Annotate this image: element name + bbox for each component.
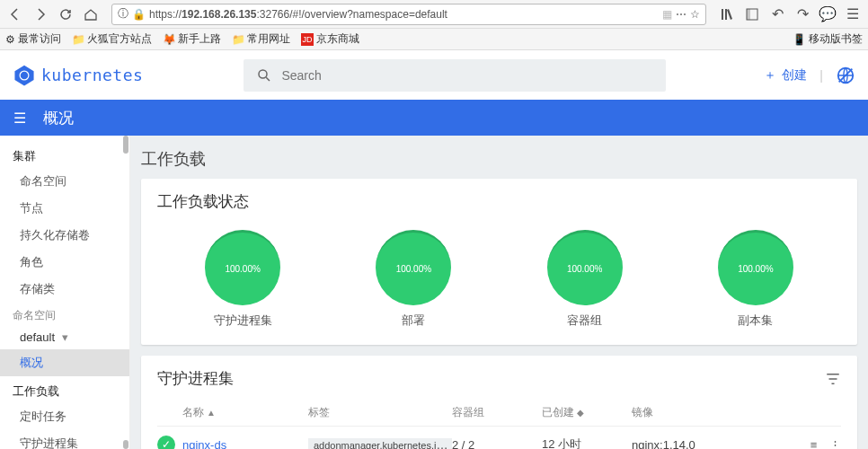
redo-icon[interactable]: ↷ xyxy=(793,4,812,24)
sidebar-item-overview[interactable]: 概况 xyxy=(0,349,129,376)
chart-daemonsets: 100.00%守护进程集 xyxy=(205,230,280,329)
globe-off-icon[interactable] xyxy=(836,66,855,85)
svg-rect-1 xyxy=(747,9,750,20)
bookmark-getting-started[interactable]: 🦊新手上路 xyxy=(163,31,221,47)
col-image[interactable]: 镜像 xyxy=(632,405,787,420)
gear-icon: ⚙ xyxy=(5,33,15,46)
namespace-value: default xyxy=(20,330,55,344)
col-name[interactable]: 名称▲ xyxy=(182,405,308,420)
content-section-title: 工作负载 xyxy=(141,148,857,170)
home-button[interactable] xyxy=(81,4,101,24)
nav-toggle[interactable]: ☰ xyxy=(9,110,31,127)
firefox-icon: 🦊 xyxy=(163,33,175,46)
library-icon[interactable] xyxy=(717,4,737,24)
col-pods[interactable]: 容器组 xyxy=(452,405,542,420)
brand-text: kubernetes xyxy=(41,66,143,84)
namespace-selector[interactable]: default ▾ xyxy=(0,325,129,349)
lock-icon: 🔒 xyxy=(132,8,146,21)
sidebar-icon[interactable] xyxy=(742,4,762,24)
page-title: 概况 xyxy=(43,108,74,128)
row-created: 12 小时 xyxy=(542,436,632,449)
daemonsets-card: 守护进程集 名称▲ 标签 容器组 已创建◆ 镜像 ✓ nginx-ds addo… xyxy=(141,356,857,449)
folder-icon: 📁 xyxy=(232,33,244,46)
bookmark-star-icon[interactable]: ☆ xyxy=(690,8,700,21)
row-pods: 2 / 2 xyxy=(452,438,542,450)
label-chip: addonmanager.kubernetes.io/mod... xyxy=(308,438,452,450)
chevron-down-icon: ▾ xyxy=(62,330,68,344)
jd-icon: JD xyxy=(301,33,314,46)
daemonsets-header-row: 名称▲ 标签 容器组 已创建◆ 镜像 xyxy=(157,398,841,427)
sidebar-ns-header: 命名空间 xyxy=(0,303,129,325)
undo-icon[interactable]: ↶ xyxy=(767,4,787,24)
mobile-bookmarks[interactable]: 📱移动版书签 xyxy=(793,31,863,47)
bookmark-firefox-site[interactable]: 📁火狐官方站点 xyxy=(72,31,152,47)
col-created[interactable]: 已创建◆ xyxy=(542,405,632,420)
bookmark-frequent[interactable]: ⚙最常访问 xyxy=(5,31,61,47)
qr-icon[interactable]: ▦ xyxy=(662,8,672,21)
kubernetes-logo[interactable]: kubernetes xyxy=(13,64,143,87)
create-button[interactable]: ＋创建 xyxy=(764,67,807,84)
bookmark-common-sites[interactable]: 📁常用网址 xyxy=(232,31,290,47)
sidebar-item-namespaces[interactable]: 命名空间 xyxy=(0,168,129,195)
logs-icon[interactable]: ≡ xyxy=(810,438,818,450)
forward-button[interactable] xyxy=(31,4,50,24)
sidebar-item-roles[interactable]: 角色 xyxy=(0,249,129,276)
sidebar-scrollbar[interactable] xyxy=(122,136,129,449)
daemonsets-title: 守护进程集 xyxy=(157,368,234,389)
workload-status-card: 工作负载状态 100.00%守护进程集 100.00%部署 100.00%容器组… xyxy=(141,179,857,345)
kubernetes-icon xyxy=(13,64,36,87)
sidebar-item-nodes[interactable]: 节点 xyxy=(0,195,129,222)
more-icon[interactable]: ⋮ xyxy=(829,438,841,450)
sort-icon: ◆ xyxy=(577,408,584,418)
mobile-icon: 📱 xyxy=(793,33,806,46)
table-row: ✓ nginx-ds addonmanager.kubernetes.io/mo… xyxy=(157,427,841,449)
sidebar-item-storageclass[interactable]: 存储类 xyxy=(0,276,129,303)
bookmark-jd-mall[interactable]: JD京东商城 xyxy=(301,31,359,47)
chat-icon[interactable]: 💬 xyxy=(818,4,837,24)
chart-deployments: 100.00%部署 xyxy=(376,230,451,329)
info-icon: ⓘ xyxy=(118,6,128,22)
chart-pods: 100.00%容器组 xyxy=(547,230,623,329)
sidebar-group-workloads[interactable]: 工作负载 xyxy=(0,376,129,403)
search-icon xyxy=(256,67,272,84)
search-input[interactable] xyxy=(281,68,653,83)
page-actions-icon[interactable]: ⋯ xyxy=(676,8,686,21)
col-labels[interactable]: 标签 xyxy=(308,405,452,420)
filter-icon[interactable] xyxy=(825,371,841,387)
reload-button[interactable] xyxy=(56,4,75,24)
sort-icon: ▲ xyxy=(207,408,216,418)
svg-point-4 xyxy=(259,70,267,78)
row-name-link[interactable]: nginx-ds xyxy=(182,438,226,450)
svg-marker-2 xyxy=(14,65,33,85)
svg-line-5 xyxy=(267,77,270,81)
row-image: nginx:1.14.0 xyxy=(632,438,787,450)
chart-replicasets: 100.00%副本集 xyxy=(718,230,793,329)
menu-icon[interactable]: ☰ xyxy=(843,4,863,24)
divider: | xyxy=(819,68,823,83)
status-card-title: 工作负载状态 xyxy=(157,191,841,212)
url-text: https://192.168.26.135:32766/#!/overview… xyxy=(149,8,659,21)
back-button[interactable] xyxy=(5,4,25,24)
sidebar-group-cluster[interactable]: 集群 xyxy=(0,141,129,168)
sidebar-item-cronjobs[interactable]: 定时任务 xyxy=(0,403,129,430)
sidebar-item-daemonsets[interactable]: 守护进程集 xyxy=(0,430,129,449)
status-ok-icon: ✓ xyxy=(157,436,175,449)
url-bar[interactable]: ⓘ 🔒 https://192.168.26.135:32766/#!/over… xyxy=(111,4,706,25)
search-box[interactable] xyxy=(244,59,666,92)
plus-icon: ＋ xyxy=(764,67,776,84)
folder-icon: 📁 xyxy=(72,33,84,46)
sidebar-item-pv[interactable]: 持久化存储卷 xyxy=(0,222,129,249)
